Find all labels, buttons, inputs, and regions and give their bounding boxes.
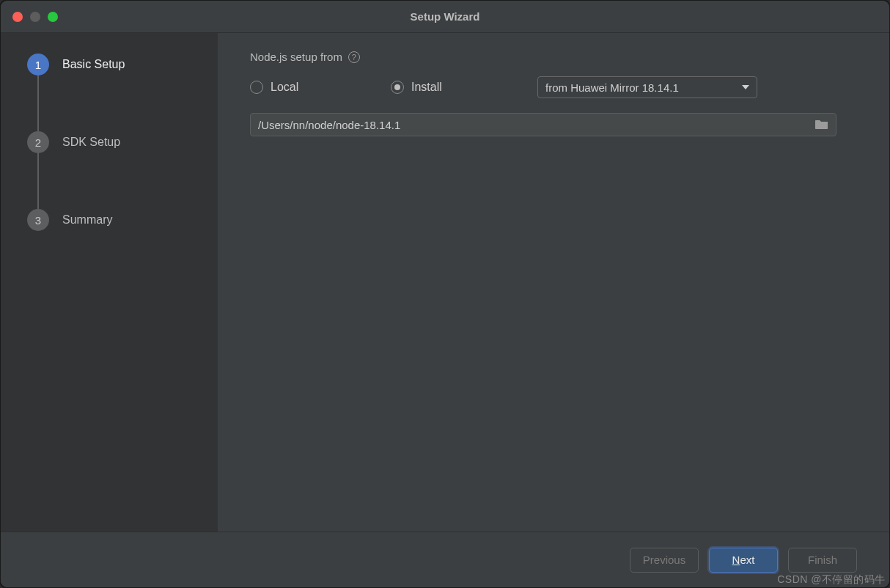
window-controls bbox=[12, 12, 58, 22]
minimize-icon[interactable] bbox=[30, 12, 40, 22]
step-connector bbox=[37, 76, 39, 131]
select-value: from Huawei Mirror 18.14.1 bbox=[545, 81, 679, 94]
chevron-down-icon bbox=[742, 85, 749, 89]
close-icon[interactable] bbox=[12, 12, 23, 22]
folder-icon[interactable] bbox=[815, 119, 828, 131]
wizard-steps: 1 Basic Setup 2 SDK Setup 3 Summary bbox=[27, 54, 218, 231]
window-title: Setup Wizard bbox=[1, 10, 889, 23]
radio-local[interactable]: Local bbox=[250, 81, 391, 94]
titlebar: Setup Wizard bbox=[1, 1, 889, 33]
section-label: Node.js setup from ? bbox=[250, 51, 857, 63]
radio-icon bbox=[391, 81, 404, 94]
step-summary[interactable]: 3 Summary bbox=[27, 209, 218, 231]
radio-icon bbox=[250, 81, 263, 94]
step-label: Basic Setup bbox=[62, 58, 125, 71]
node-source-radio-row: Local Install from Huawei Mirror 18.14.1 bbox=[250, 76, 857, 98]
button-label: Previous bbox=[643, 554, 685, 566]
button-label: Finish bbox=[808, 554, 837, 566]
maximize-icon[interactable] bbox=[48, 12, 58, 22]
button-label: Next bbox=[732, 554, 755, 566]
mirror-select[interactable]: from Huawei Mirror 18.14.1 bbox=[537, 76, 757, 98]
next-button[interactable]: Next bbox=[709, 548, 778, 573]
radio-label: Install bbox=[411, 81, 442, 94]
help-icon[interactable]: ? bbox=[348, 51, 360, 63]
wizard-footer: Previous Next Finish bbox=[1, 532, 889, 587]
step-basic-setup[interactable]: 1 Basic Setup bbox=[27, 54, 218, 76]
setup-wizard-window: Setup Wizard 1 Basic Setup 2 SDK Setup 3… bbox=[0, 0, 890, 588]
wizard-body: 1 Basic Setup 2 SDK Setup 3 Summary Node… bbox=[1, 33, 889, 532]
step-number-icon: 3 bbox=[27, 209, 49, 231]
wizard-sidebar: 1 Basic Setup 2 SDK Setup 3 Summary bbox=[1, 33, 218, 532]
step-label: Summary bbox=[62, 213, 112, 227]
section-label-text: Node.js setup from bbox=[250, 51, 342, 63]
radio-label: Local bbox=[271, 81, 298, 94]
step-connector bbox=[37, 153, 39, 209]
step-label: SDK Setup bbox=[62, 136, 120, 149]
step-number-icon: 1 bbox=[27, 54, 49, 76]
node-path-input[interactable]: /Users/nn/node/node-18.14.1 bbox=[250, 113, 836, 136]
wizard-main: Node.js setup from ? Local Install from … bbox=[218, 33, 889, 532]
step-sdk-setup[interactable]: 2 SDK Setup bbox=[27, 131, 218, 153]
radio-install[interactable]: Install bbox=[391, 81, 537, 94]
previous-button[interactable]: Previous bbox=[630, 548, 699, 573]
path-value: /Users/nn/node/node-18.14.1 bbox=[258, 119, 400, 131]
step-number-icon: 2 bbox=[27, 131, 49, 153]
finish-button[interactable]: Finish bbox=[788, 548, 857, 573]
